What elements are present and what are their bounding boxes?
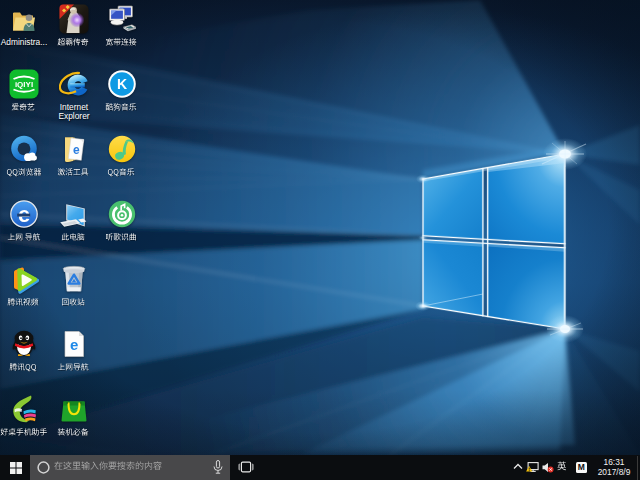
svg-text:e: e (70, 336, 78, 353)
svg-text:iQIYI: iQIYI (15, 80, 33, 89)
svg-text:e: e (73, 143, 80, 157)
svg-text:K: K (117, 76, 127, 92)
